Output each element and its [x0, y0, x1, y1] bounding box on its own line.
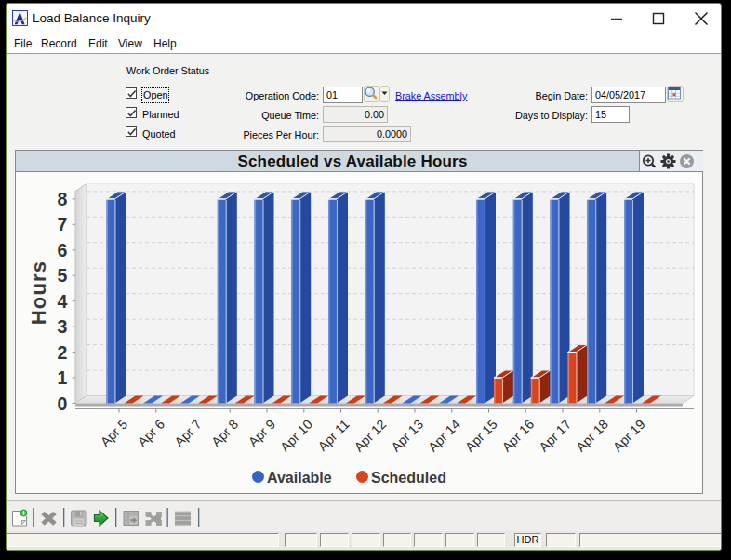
svg-text:Apr 16: Apr 16 — [498, 417, 537, 455]
svg-text:2: 2 — [58, 342, 68, 363]
svg-text:Apr 19: Apr 19 — [610, 417, 648, 455]
svg-text:1: 1 — [58, 367, 68, 388]
svg-text:3: 3 — [58, 316, 68, 337]
svg-text:Apr 7: Apr 7 — [171, 417, 204, 449]
svg-text:Apr 18: Apr 18 — [573, 417, 611, 455]
svg-text:6: 6 — [58, 240, 68, 260]
svg-text:Apr 6: Apr 6 — [135, 417, 167, 449]
svg-text:Available: Available — [267, 470, 332, 486]
svg-text:Apr 10: Apr 10 — [277, 417, 315, 455]
svg-text:Apr 14: Apr 14 — [425, 417, 463, 455]
svg-text:Apr 8: Apr 8 — [208, 417, 241, 449]
svg-text:Apr 11: Apr 11 — [314, 417, 352, 454]
svg-text:Hours: Hours — [27, 260, 50, 326]
svg-text:5: 5 — [58, 265, 68, 286]
svg-text:Apr 13: Apr 13 — [388, 417, 426, 455]
svg-text:4: 4 — [58, 291, 68, 312]
svg-text:Apr 15: Apr 15 — [462, 417, 500, 455]
svg-text:Apr 12: Apr 12 — [351, 417, 389, 455]
svg-text:8: 8 — [58, 189, 68, 209]
svg-text:Apr 9: Apr 9 — [246, 417, 278, 449]
svg-text:0: 0 — [58, 393, 68, 414]
svg-text:Apr 17: Apr 17 — [536, 417, 574, 455]
svg-text:7: 7 — [58, 214, 68, 234]
svg-text:Apr 5: Apr 5 — [98, 417, 130, 449]
svg-text:Scheduled: Scheduled — [371, 470, 446, 486]
